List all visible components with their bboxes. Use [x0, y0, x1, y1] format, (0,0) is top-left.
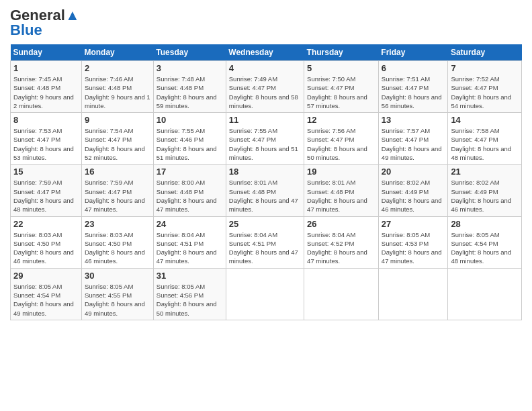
calendar-day-24: 24 Sunrise: 8:04 AM Sunset: 4:51 PM Dayl… [153, 216, 226, 268]
day-info: Sunrise: 7:49 AM Sunset: 4:47 PM Dayligh… [229, 75, 301, 110]
day-number: 21 [451, 167, 519, 177]
day-info: Sunrise: 8:05 AM Sunset: 4:56 PM Dayligh… [157, 282, 223, 318]
day-info: Sunrise: 8:05 AM Sunset: 4:55 PM Dayligh… [85, 282, 150, 318]
day-info: Sunrise: 7:53 AM Sunset: 4:47 PM Dayligh… [13, 126, 79, 162]
calendar-day-9: 9 Sunrise: 7:54 AM Sunset: 4:47 PM Dayli… [81, 113, 153, 165]
day-number: 15 [13, 167, 79, 177]
day-number: 6 [382, 63, 445, 73]
calendar-day-14: 14 Sunrise: 7:58 AM Sunset: 4:47 PM Dayl… [448, 113, 522, 165]
day-number: 31 [157, 271, 223, 281]
day-number: 25 [229, 219, 301, 229]
empty-cell [378, 268, 448, 320]
calendar-day-28: 28 Sunrise: 8:05 AM Sunset: 4:54 PM Dayl… [448, 216, 522, 268]
calendar-day-6: 6 Sunrise: 7:51 AM Sunset: 4:47 PM Dayli… [378, 61, 448, 113]
day-info: Sunrise: 7:50 AM Sunset: 4:47 PM Dayligh… [307, 75, 375, 110]
calendar-day-18: 18 Sunrise: 8:01 AM Sunset: 4:48 PM Dayl… [226, 165, 304, 216]
day-info: Sunrise: 8:04 AM Sunset: 4:51 PM Dayligh… [229, 230, 301, 266]
day-info: Sunrise: 7:56 AM Sunset: 4:47 PM Dayligh… [307, 126, 375, 162]
col-header-wednesday: Wednesday [226, 44, 304, 61]
day-info: Sunrise: 8:05 AM Sunset: 4:54 PM Dayligh… [13, 282, 79, 318]
day-number: 20 [382, 167, 445, 177]
day-number: 23 [85, 219, 150, 229]
calendar-day-11: 11 Sunrise: 7:55 AM Sunset: 4:47 PM Dayl… [226, 113, 304, 165]
calendar-day-12: 12 Sunrise: 7:56 AM Sunset: 4:47 PM Dayl… [304, 113, 379, 165]
day-number: 19 [307, 167, 375, 177]
day-info: Sunrise: 8:05 AM Sunset: 4:53 PM Dayligh… [382, 230, 445, 266]
day-info: Sunrise: 7:59 AM Sunset: 4:47 PM Dayligh… [13, 178, 79, 214]
day-info: Sunrise: 7:57 AM Sunset: 4:47 PM Dayligh… [382, 126, 445, 162]
empty-cell [226, 268, 304, 320]
day-number: 27 [382, 219, 445, 229]
day-info: Sunrise: 7:52 AM Sunset: 4:47 PM Dayligh… [451, 75, 519, 110]
day-number: 4 [229, 63, 301, 73]
calendar-day-19: 19 Sunrise: 8:01 AM Sunset: 4:48 PM Dayl… [304, 165, 379, 216]
day-number: 16 [85, 167, 150, 177]
col-header-sunday: Sunday [11, 44, 82, 61]
day-info: Sunrise: 8:04 AM Sunset: 4:51 PM Dayligh… [157, 230, 223, 266]
day-number: 24 [157, 219, 223, 229]
day-info: Sunrise: 7:55 AM Sunset: 4:46 PM Dayligh… [157, 126, 223, 162]
col-header-friday: Friday [378, 44, 448, 61]
page-container: General▲ Blue SundayMondayTuesdayWednesd… [0, 0, 532, 327]
day-number: 9 [85, 115, 150, 125]
calendar-day-2: 2 Sunrise: 7:46 AM Sunset: 4:48 PM Dayli… [81, 61, 153, 113]
calendar-day-13: 13 Sunrise: 7:57 AM Sunset: 4:47 PM Dayl… [378, 113, 448, 165]
col-header-monday: Monday [81, 44, 153, 61]
day-info: Sunrise: 7:54 AM Sunset: 4:47 PM Dayligh… [85, 126, 150, 162]
calendar-day-25: 25 Sunrise: 8:04 AM Sunset: 4:51 PM Dayl… [226, 216, 304, 268]
calendar-day-27: 27 Sunrise: 8:05 AM Sunset: 4:53 PM Dayl… [378, 216, 448, 268]
day-info: Sunrise: 7:58 AM Sunset: 4:47 PM Dayligh… [451, 126, 519, 162]
day-info: Sunrise: 8:01 AM Sunset: 4:48 PM Dayligh… [229, 178, 301, 214]
calendar-day-17: 17 Sunrise: 8:00 AM Sunset: 4:48 PM Dayl… [153, 165, 226, 216]
col-header-thursday: Thursday [304, 44, 379, 61]
logo-blue: Blue [10, 21, 42, 39]
calendar-day-7: 7 Sunrise: 7:52 AM Sunset: 4:47 PM Dayli… [448, 61, 522, 113]
calendar-day-21: 21 Sunrise: 8:02 AM Sunset: 4:49 PM Dayl… [448, 165, 522, 216]
day-info: Sunrise: 7:46 AM Sunset: 4:48 PM Dayligh… [85, 75, 150, 110]
day-info: Sunrise: 8:03 AM Sunset: 4:50 PM Dayligh… [13, 230, 79, 266]
calendar-day-29: 29 Sunrise: 8:05 AM Sunset: 4:54 PM Dayl… [11, 268, 82, 320]
logo: General▲ Blue [10, 7, 80, 39]
day-info: Sunrise: 7:51 AM Sunset: 4:47 PM Dayligh… [382, 75, 445, 110]
day-number: 10 [157, 115, 223, 125]
calendar-day-8: 8 Sunrise: 7:53 AM Sunset: 4:47 PM Dayli… [11, 113, 82, 165]
day-number: 18 [229, 167, 301, 177]
day-number: 12 [307, 115, 375, 125]
day-info: Sunrise: 8:00 AM Sunset: 4:48 PM Dayligh… [157, 178, 223, 214]
calendar-day-4: 4 Sunrise: 7:49 AM Sunset: 4:47 PM Dayli… [226, 61, 304, 113]
calendar-day-16: 16 Sunrise: 7:59 AM Sunset: 4:47 PM Dayl… [81, 165, 153, 216]
calendar-day-3: 3 Sunrise: 7:48 AM Sunset: 4:48 PM Dayli… [153, 61, 226, 113]
col-header-saturday: Saturday [448, 44, 522, 61]
day-number: 29 [13, 271, 79, 281]
day-number: 28 [451, 219, 519, 229]
day-info: Sunrise: 8:05 AM Sunset: 4:54 PM Dayligh… [451, 230, 519, 266]
calendar-table: SundayMondayTuesdayWednesdayThursdayFrid… [10, 44, 522, 320]
day-number: 17 [157, 167, 223, 177]
calendar-day-1: 1 Sunrise: 7:45 AM Sunset: 4:48 PM Dayli… [11, 61, 82, 113]
calendar-day-23: 23 Sunrise: 8:03 AM Sunset: 4:50 PM Dayl… [81, 216, 153, 268]
calendar-day-20: 20 Sunrise: 8:02 AM Sunset: 4:49 PM Dayl… [378, 165, 448, 216]
empty-cell [448, 268, 522, 320]
day-number: 22 [13, 219, 79, 229]
day-number: 1 [13, 63, 79, 73]
calendar-day-5: 5 Sunrise: 7:50 AM Sunset: 4:47 PM Dayli… [304, 61, 379, 113]
col-header-tuesday: Tuesday [153, 44, 226, 61]
day-info: Sunrise: 7:59 AM Sunset: 4:47 PM Dayligh… [85, 178, 150, 214]
day-info: Sunrise: 7:45 AM Sunset: 4:48 PM Dayligh… [13, 75, 79, 110]
day-number: 13 [382, 115, 445, 125]
day-number: 11 [229, 115, 301, 125]
calendar-day-26: 26 Sunrise: 8:04 AM Sunset: 4:52 PM Dayl… [304, 216, 379, 268]
calendar-day-22: 22 Sunrise: 8:03 AM Sunset: 4:50 PM Dayl… [11, 216, 82, 268]
day-info: Sunrise: 7:55 AM Sunset: 4:47 PM Dayligh… [229, 126, 301, 162]
empty-cell [304, 268, 379, 320]
day-info: Sunrise: 8:01 AM Sunset: 4:48 PM Dayligh… [307, 178, 375, 214]
day-info: Sunrise: 8:02 AM Sunset: 4:49 PM Dayligh… [382, 178, 445, 214]
day-info: Sunrise: 8:02 AM Sunset: 4:49 PM Dayligh… [451, 178, 519, 214]
day-info: Sunrise: 7:48 AM Sunset: 4:48 PM Dayligh… [157, 75, 223, 110]
calendar-day-15: 15 Sunrise: 7:59 AM Sunset: 4:47 PM Dayl… [11, 165, 82, 216]
day-number: 26 [307, 219, 375, 229]
calendar-day-10: 10 Sunrise: 7:55 AM Sunset: 4:46 PM Dayl… [153, 113, 226, 165]
day-number: 3 [157, 63, 223, 73]
day-number: 2 [85, 63, 150, 73]
day-number: 14 [451, 115, 519, 125]
